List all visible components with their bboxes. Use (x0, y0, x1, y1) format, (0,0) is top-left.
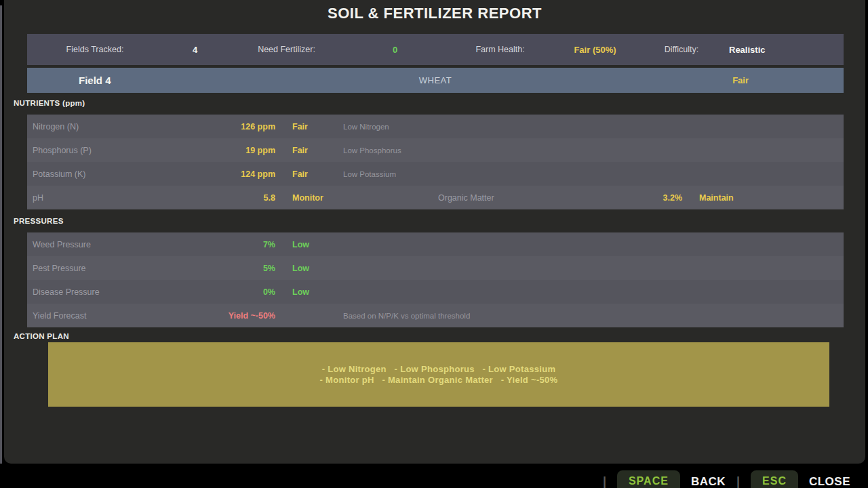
nutrients-section-label: NUTRIENTS (ppm) (14, 99, 85, 107)
nutrient-row-ph-organic-matter: pH 5.8 Monitor Organic Matter 3.2% Maint… (27, 186, 844, 209)
difficulty-label: Difficulty: (634, 45, 729, 54)
space-key-button[interactable]: SPACE (617, 470, 680, 488)
pressure-status: Low (292, 287, 343, 297)
ph-value: 5.8 (159, 193, 275, 203)
organic-matter-label: Organic Matter (438, 193, 608, 203)
action-plan-section-label: ACTION PLAN (14, 332, 69, 340)
yield-forecast-label: Yield Forecast (27, 311, 159, 321)
esc-key-button[interactable]: ESC (751, 470, 798, 488)
difficulty-value: Realistic (729, 45, 868, 55)
pressures-section-label: PRESSURES (14, 217, 64, 225)
nutrient-note: Low Phosphorus (343, 146, 844, 155)
hint-divider: | (603, 470, 606, 488)
pressure-label: Pest Pressure (27, 264, 159, 273)
organic-matter-status: Maintain (699, 193, 844, 203)
nutrient-status: Fair (292, 169, 343, 179)
close-label: CLOSE (809, 470, 850, 488)
pressure-row-weed: Weed Pressure 7% Low (27, 232, 844, 256)
nutrient-status: Fair (292, 122, 343, 131)
nutrient-row-potassium: Potassium (K) 124 ppm Fair Low Potassium (27, 162, 844, 186)
pressure-row-disease: Disease Pressure 0% Low (27, 280, 844, 304)
left-edge-strip (0, 5, 2, 468)
field-header-bar[interactable]: Field 4 WHEAT Fair (27, 68, 844, 93)
pressure-value: 7% (159, 240, 275, 249)
keyboard-hints-bar: | SPACE BACK | ESC CLOSE (0, 464, 868, 488)
nutrient-status: Fair (292, 146, 343, 155)
fields-tracked-value: 4 (163, 45, 227, 55)
ph-status: Monitor (292, 193, 343, 203)
nutrient-value: 126 ppm (159, 122, 275, 131)
farm-health-value: Fair (50%) (556, 45, 634, 55)
nutrient-label: Phosphorus (P) (27, 146, 159, 155)
hint-divider: | (736, 470, 740, 488)
pressure-label: Disease Pressure (27, 287, 159, 297)
nutrient-label: Potassium (K) (27, 169, 159, 179)
need-fertilizer-value: 0 (346, 45, 444, 55)
pressure-value: 5% (159, 264, 275, 273)
page-title: SOIL & FERTILIZER REPORT (4, 5, 865, 22)
action-plan-box: - Low Nitrogen - Low Phosphorus - Low Po… (48, 342, 829, 407)
nutrient-row-nitrogen: Nitrogen (N) 126 ppm Fair Low Nitrogen (27, 115, 844, 138)
field-crop: WHEAT (27, 75, 844, 85)
nutrient-row-phosphorus: Phosphorus (P) 19 ppm Fair Low Phosphoru… (27, 138, 844, 162)
pressure-label: Weed Pressure (27, 240, 159, 249)
nutrient-value: 19 ppm (159, 146, 275, 155)
pressure-row-pest: Pest Pressure 5% Low (27, 256, 844, 280)
yield-forecast-row: Yield Forecast Yield ~-50% Based on N/P/… (27, 304, 844, 327)
organic-matter-value: 3.2% (608, 193, 682, 203)
field-status-badge: Fair (732, 75, 749, 85)
nutrient-label: Nitrogen (N) (27, 122, 159, 131)
nutrient-note: Low Nitrogen (343, 123, 844, 131)
farm-health-label: Farm Health: (444, 45, 556, 54)
pressure-value: 0% (159, 287, 275, 297)
ph-label: pH (27, 193, 159, 203)
farm-stats-bar: Fields Tracked: 4 Need Fertilizer: 0 Far… (27, 34, 844, 65)
pressure-status: Low (292, 264, 343, 273)
action-plan-line-2: - Monitor pH - Maintain Organic Matter -… (320, 375, 558, 385)
pressure-status: Low (292, 240, 343, 249)
nutrient-value: 124 ppm (159, 169, 275, 179)
back-label: BACK (691, 470, 726, 488)
yield-forecast-value: Yield ~-50% (159, 311, 275, 321)
soil-fertilizer-report-panel: SOIL & FERTILIZER REPORT Fields Tracked:… (4, 0, 865, 464)
nutrient-note: Low Potassium (343, 170, 844, 178)
yield-forecast-note: Based on N/P/K vs optimal threshold (343, 312, 844, 320)
fields-tracked-label: Fields Tracked: (27, 45, 163, 54)
action-plan-line-1: - Low Nitrogen - Low Phosphorus - Low Po… (322, 364, 556, 374)
need-fertilizer-label: Need Fertilizer: (227, 45, 346, 54)
